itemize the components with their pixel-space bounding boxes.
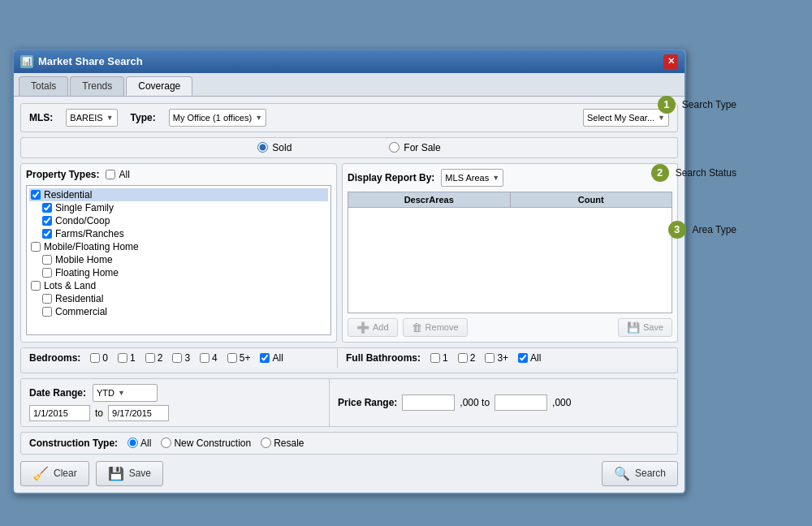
bed-0-checkbox[interactable]: [90, 353, 100, 363]
type-value: My Office (1 offices): [173, 113, 252, 123]
bed-1-checkbox[interactable]: [118, 353, 127, 363]
save-areas-label: Save: [643, 322, 663, 332]
table-action-buttons: ➕ Add 🗑 Remove 💾 Save: [348, 318, 672, 337]
bed-all[interactable]: All: [260, 352, 283, 364]
bed-4[interactable]: 4: [200, 352, 218, 364]
residential-root-checkbox[interactable]: [31, 190, 41, 200]
bed-2-label: 2: [158, 352, 163, 364]
bed-1[interactable]: 1: [118, 352, 136, 364]
list-item[interactable]: Residential: [29, 188, 328, 201]
list-item[interactable]: Mobile/Floating Home: [29, 240, 328, 253]
all-checkbox-label[interactable]: All: [106, 169, 129, 180]
bath-2[interactable]: 2: [458, 352, 476, 364]
annotation-label-3: Area Type: [693, 224, 736, 235]
list-item[interactable]: Residential: [29, 292, 328, 305]
top-bar: MLS: BAREIS ▼ Type: My Office (1 offices…: [20, 103, 678, 132]
save-areas-icon: 💾: [627, 321, 640, 334]
list-item[interactable]: Single Family: [29, 201, 328, 214]
bed-3[interactable]: 3: [172, 352, 190, 364]
construction-all-label: All: [140, 438, 151, 449]
main-panels: Property Types: All Residential: [20, 163, 678, 343]
bath-1[interactable]: 1: [430, 352, 448, 364]
bed-2-checkbox[interactable]: [145, 353, 155, 363]
tab-trends[interactable]: Trends: [70, 76, 124, 96]
display-select[interactable]: MLS Areas ▼: [441, 169, 503, 187]
close-button[interactable]: ✕: [663, 54, 678, 69]
tab-totals[interactable]: Totals: [19, 76, 68, 96]
mobile-root-checkbox[interactable]: [31, 242, 41, 252]
type-dropdown-arrow: ▼: [255, 114, 262, 122]
floating-home-checkbox[interactable]: [42, 268, 52, 278]
date-to-input[interactable]: [108, 405, 169, 421]
mls-value: BAREIS: [70, 113, 102, 123]
farms-label: Farms/Ranches: [55, 228, 124, 239]
date-to-label: to: [95, 407, 103, 419]
bed-5plus-checkbox[interactable]: [227, 353, 237, 363]
construction-new-radio[interactable]: [161, 438, 171, 448]
for-sale-radio[interactable]: [389, 142, 400, 153]
save-areas-button[interactable]: 💾 Save: [618, 318, 672, 337]
mls-select[interactable]: BAREIS ▼: [66, 109, 117, 127]
remove-button[interactable]: 🗑 Remove: [403, 318, 468, 337]
single-family-label: Single Family: [55, 202, 114, 213]
select-my-search[interactable]: Select My Sear... ▼: [583, 109, 669, 127]
sold-radio[interactable]: [257, 142, 268, 153]
construction-resale-radio[interactable]: [261, 438, 271, 448]
bath-all-checkbox[interactable]: [518, 353, 528, 363]
type-select[interactable]: My Office (1 offices) ▼: [169, 109, 266, 127]
property-types-header: Property Types: All: [26, 169, 331, 180]
single-family-checkbox[interactable]: [42, 203, 52, 213]
add-icon: ➕: [356, 321, 369, 334]
date-from-input[interactable]: [29, 405, 90, 421]
date-range-select[interactable]: YTD ▼: [93, 384, 158, 402]
bath-3plus-checkbox[interactable]: [485, 353, 495, 363]
sold-option[interactable]: Sold: [257, 142, 292, 153]
display-dropdown-arrow: ▼: [492, 174, 499, 182]
bottom-buttons: 🧹 Clear 💾 Save 🔍 Search: [20, 461, 678, 486]
list-item[interactable]: Mobile Home: [29, 253, 328, 266]
all-checkbox[interactable]: [106, 170, 115, 179]
bed-3-checkbox[interactable]: [172, 353, 182, 363]
bed-all-checkbox[interactable]: [260, 353, 270, 363]
mls-label: MLS:: [29, 112, 53, 123]
farms-checkbox[interactable]: [42, 229, 52, 239]
commercial-checkbox[interactable]: [42, 307, 52, 317]
lots-land-checkbox[interactable]: [31, 281, 41, 291]
search-icon: 🔍: [614, 466, 630, 481]
list-item[interactable]: Lots & Land: [29, 279, 328, 292]
lots-residential-checkbox[interactable]: [42, 294, 52, 304]
tab-coverage[interactable]: Coverage: [126, 76, 192, 96]
bed-0[interactable]: 0: [90, 352, 108, 364]
construction-resale-label: Resale: [274, 438, 304, 449]
mls-dropdown-arrow: ▼: [106, 114, 114, 122]
condo-checkbox[interactable]: [42, 216, 52, 226]
for-sale-option[interactable]: For Sale: [389, 142, 440, 153]
annotation-label-1: Search Type: [682, 99, 736, 110]
bed-5plus[interactable]: 5+: [227, 352, 251, 364]
construction-resale[interactable]: Resale: [261, 438, 304, 449]
bed-4-checkbox[interactable]: [200, 353, 209, 363]
construction-all-radio[interactable]: [127, 438, 138, 448]
mobile-home-checkbox[interactable]: [42, 255, 52, 265]
bath-3plus[interactable]: 3+: [485, 352, 508, 364]
price-from-input[interactable]: [402, 394, 455, 411]
date-price-row: Date Range: YTD ▼ to Price Range:: [20, 378, 678, 427]
construction-new[interactable]: New Construction: [161, 438, 251, 449]
list-item[interactable]: Condo/Coop: [29, 214, 328, 227]
construction-all[interactable]: All: [127, 438, 151, 449]
bed-2[interactable]: 2: [145, 352, 163, 364]
clear-icon: 🧹: [32, 466, 49, 481]
price-to-input[interactable]: [495, 394, 547, 411]
bath-all[interactable]: All: [518, 352, 541, 364]
add-button[interactable]: ➕ Add: [348, 318, 398, 337]
bath-2-checkbox[interactable]: [458, 353, 468, 363]
search-button[interactable]: 🔍 Search: [602, 461, 678, 486]
bottom-left-buttons: 🧹 Clear 💾 Save: [20, 461, 163, 486]
clear-button[interactable]: 🧹 Clear: [20, 461, 89, 486]
list-item[interactable]: Farms/Ranches: [29, 227, 328, 240]
property-types-list[interactable]: Residential Single Family Condo/Coop: [26, 185, 331, 335]
list-item[interactable]: Commercial: [29, 305, 328, 318]
list-item[interactable]: Floating Home: [29, 266, 328, 279]
save-button[interactable]: 💾 Save: [96, 461, 163, 486]
bath-1-checkbox[interactable]: [430, 353, 440, 363]
